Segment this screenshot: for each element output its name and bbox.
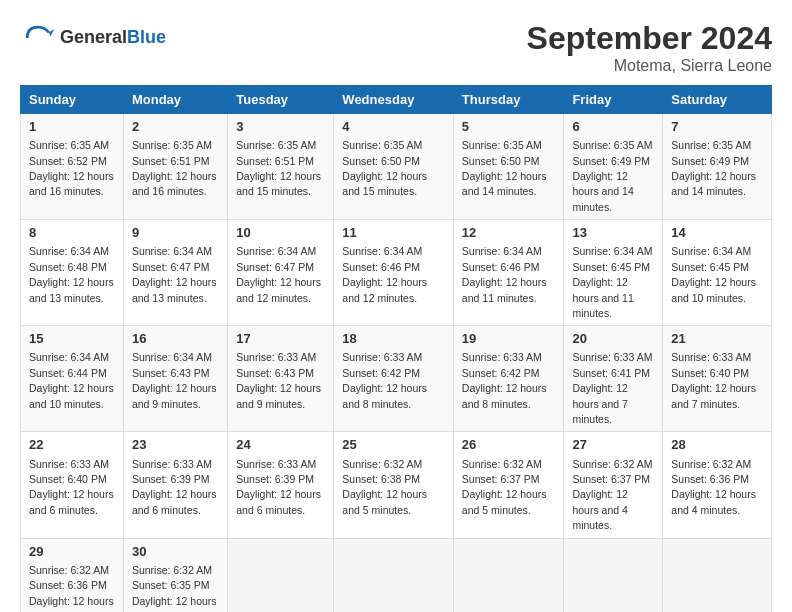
daylight-text: Daylight: 12 hours and 4 minutes. [572, 488, 627, 531]
sunset-text: Sunset: 6:35 PM [132, 579, 210, 591]
day-number: 20 [572, 330, 654, 348]
day-number: 14 [671, 224, 763, 242]
calendar-cell: 5Sunrise: 6:35 AMSunset: 6:50 PMDaylight… [453, 114, 564, 220]
calendar-cell: 8Sunrise: 6:34 AMSunset: 6:48 PMDaylight… [21, 220, 124, 326]
sunrise-text: Sunrise: 6:33 AM [462, 351, 542, 363]
calendar-cell: 12Sunrise: 6:34 AMSunset: 6:46 PMDayligh… [453, 220, 564, 326]
sunrise-text: Sunrise: 6:34 AM [29, 245, 109, 257]
calendar-week-1: 1Sunrise: 6:35 AMSunset: 6:52 PMDaylight… [21, 114, 772, 220]
sunset-text: Sunset: 6:43 PM [236, 367, 314, 379]
sunrise-text: Sunrise: 6:33 AM [671, 351, 751, 363]
daylight-text: Daylight: 12 hours and 13 minutes. [29, 276, 114, 303]
calendar-cell: 14Sunrise: 6:34 AMSunset: 6:45 PMDayligh… [663, 220, 772, 326]
daylight-text: Daylight: 12 hours and 10 minutes. [29, 382, 114, 409]
sunset-text: Sunset: 6:49 PM [572, 155, 650, 167]
calendar-week-3: 15Sunrise: 6:34 AMSunset: 6:44 PMDayligh… [21, 326, 772, 432]
calendar-cell: 27Sunrise: 6:32 AMSunset: 6:37 PMDayligh… [564, 432, 663, 538]
day-number: 5 [462, 118, 556, 136]
day-number: 7 [671, 118, 763, 136]
title-block: September 2024 Motema, Sierra Leone [527, 20, 772, 75]
location: Motema, Sierra Leone [527, 57, 772, 75]
daylight-text: Daylight: 12 hours and 12 minutes. [236, 276, 321, 303]
sunset-text: Sunset: 6:52 PM [29, 155, 107, 167]
calendar-cell: 4Sunrise: 6:35 AMSunset: 6:50 PMDaylight… [334, 114, 454, 220]
col-wednesday: Wednesday [334, 86, 454, 114]
month-title: September 2024 [527, 20, 772, 57]
day-number: 2 [132, 118, 219, 136]
daylight-text: Daylight: 12 hours and 6 minutes. [236, 488, 321, 515]
sunrise-text: Sunrise: 6:32 AM [132, 564, 212, 576]
sunset-text: Sunset: 6:50 PM [462, 155, 540, 167]
daylight-text: Daylight: 12 hours and 5 minutes. [462, 488, 547, 515]
daylight-text: Daylight: 12 hours and 10 minutes. [671, 276, 756, 303]
page-header: GeneralBlue September 2024 Motema, Sierr… [20, 20, 772, 75]
sunset-text: Sunset: 6:47 PM [132, 261, 210, 273]
sunrise-text: Sunrise: 6:32 AM [671, 458, 751, 470]
daylight-text: Daylight: 12 hours and 8 minutes. [342, 382, 427, 409]
daylight-text: Daylight: 12 hours and 13 minutes. [132, 276, 217, 303]
calendar-cell: 3Sunrise: 6:35 AMSunset: 6:51 PMDaylight… [228, 114, 334, 220]
sunrise-text: Sunrise: 6:34 AM [462, 245, 542, 257]
calendar-cell: 10Sunrise: 6:34 AMSunset: 6:47 PMDayligh… [228, 220, 334, 326]
sunset-text: Sunset: 6:46 PM [462, 261, 540, 273]
sunrise-text: Sunrise: 6:33 AM [29, 458, 109, 470]
sunset-text: Sunset: 6:51 PM [236, 155, 314, 167]
sunset-text: Sunset: 6:38 PM [342, 473, 420, 485]
day-number: 13 [572, 224, 654, 242]
calendar-cell: 19Sunrise: 6:33 AMSunset: 6:42 PMDayligh… [453, 326, 564, 432]
sunset-text: Sunset: 6:41 PM [572, 367, 650, 379]
sunset-text: Sunset: 6:37 PM [462, 473, 540, 485]
day-number: 10 [236, 224, 325, 242]
daylight-text: Daylight: 12 hours and 7 minutes. [572, 382, 627, 425]
sunrise-text: Sunrise: 6:34 AM [342, 245, 422, 257]
daylight-text: Daylight: 12 hours and 3 minutes. [132, 595, 217, 612]
sunset-text: Sunset: 6:42 PM [462, 367, 540, 379]
sunset-text: Sunset: 6:45 PM [671, 261, 749, 273]
sunrise-text: Sunrise: 6:34 AM [132, 351, 212, 363]
calendar-cell: 20Sunrise: 6:33 AMSunset: 6:41 PMDayligh… [564, 326, 663, 432]
sunset-text: Sunset: 6:51 PM [132, 155, 210, 167]
calendar-cell: 1Sunrise: 6:35 AMSunset: 6:52 PMDaylight… [21, 114, 124, 220]
sunset-text: Sunset: 6:39 PM [132, 473, 210, 485]
day-number: 12 [462, 224, 556, 242]
day-number: 21 [671, 330, 763, 348]
daylight-text: Daylight: 12 hours and 14 minutes. [671, 170, 756, 197]
calendar-cell: 16Sunrise: 6:34 AMSunset: 6:43 PMDayligh… [123, 326, 227, 432]
logo: GeneralBlue [20, 20, 166, 56]
day-number: 4 [342, 118, 445, 136]
sunrise-text: Sunrise: 6:35 AM [572, 139, 652, 151]
daylight-text: Daylight: 12 hours and 11 minutes. [462, 276, 547, 303]
sunrise-text: Sunrise: 6:33 AM [236, 351, 316, 363]
day-number: 29 [29, 543, 115, 561]
day-number: 16 [132, 330, 219, 348]
calendar-cell: 18Sunrise: 6:33 AMSunset: 6:42 PMDayligh… [334, 326, 454, 432]
calendar-cell [453, 538, 564, 612]
logo-icon [20, 20, 56, 56]
day-number: 9 [132, 224, 219, 242]
calendar-week-2: 8Sunrise: 6:34 AMSunset: 6:48 PMDaylight… [21, 220, 772, 326]
calendar-cell: 24Sunrise: 6:33 AMSunset: 6:39 PMDayligh… [228, 432, 334, 538]
daylight-text: Daylight: 12 hours and 14 minutes. [462, 170, 547, 197]
day-number: 27 [572, 436, 654, 454]
sunrise-text: Sunrise: 6:35 AM [671, 139, 751, 151]
day-number: 17 [236, 330, 325, 348]
logo-blue: Blue [127, 27, 166, 47]
day-number: 6 [572, 118, 654, 136]
calendar-cell: 30Sunrise: 6:32 AMSunset: 6:35 PMDayligh… [123, 538, 227, 612]
sunset-text: Sunset: 6:39 PM [236, 473, 314, 485]
daylight-text: Daylight: 12 hours and 4 minutes. [671, 488, 756, 515]
sunset-text: Sunset: 6:44 PM [29, 367, 107, 379]
day-number: 26 [462, 436, 556, 454]
col-saturday: Saturday [663, 86, 772, 114]
sunset-text: Sunset: 6:36 PM [671, 473, 749, 485]
daylight-text: Daylight: 12 hours and 7 minutes. [671, 382, 756, 409]
calendar-week-5: 29Sunrise: 6:32 AMSunset: 6:36 PMDayligh… [21, 538, 772, 612]
day-number: 22 [29, 436, 115, 454]
sunrise-text: Sunrise: 6:35 AM [342, 139, 422, 151]
calendar-cell: 29Sunrise: 6:32 AMSunset: 6:36 PMDayligh… [21, 538, 124, 612]
daylight-text: Daylight: 12 hours and 6 minutes. [29, 488, 114, 515]
sunrise-text: Sunrise: 6:32 AM [572, 458, 652, 470]
daylight-text: Daylight: 12 hours and 8 minutes. [462, 382, 547, 409]
header-row: Sunday Monday Tuesday Wednesday Thursday… [21, 86, 772, 114]
day-number: 11 [342, 224, 445, 242]
